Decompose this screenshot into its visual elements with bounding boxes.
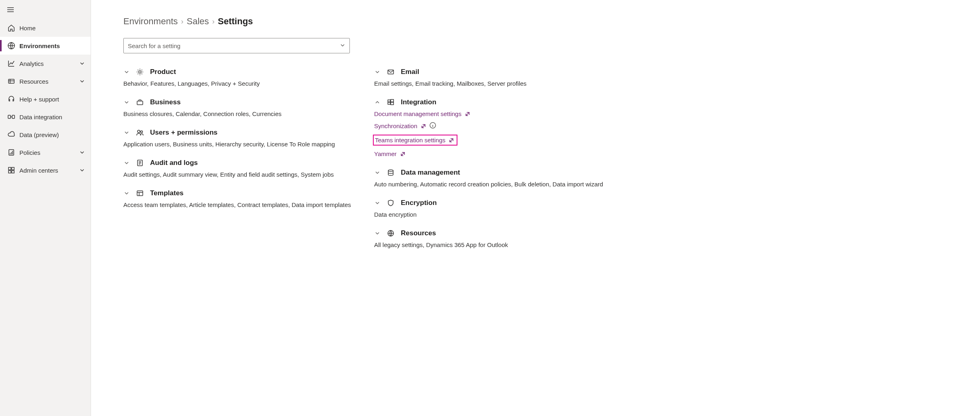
sidebar-item-label: Data integration <box>19 114 85 120</box>
sidebar-item-policies[interactable]: Policies <box>0 144 91 161</box>
chevron-right-icon: › <box>181 17 184 26</box>
sidebar-item-admin-centers[interactable]: Admin centers <box>0 161 91 179</box>
svg-point-12 <box>141 131 143 133</box>
category-subtext: Business closures, Calendar, Connection … <box>123 110 366 117</box>
category-title: Templates <box>150 189 184 197</box>
category-header[interactable]: Audit and logs <box>123 159 366 167</box>
breadcrumb-item-sales[interactable]: Sales <box>187 16 209 27</box>
chevron-down-icon <box>374 200 381 206</box>
breadcrumb-item-environments[interactable]: Environments <box>123 16 178 27</box>
category-header[interactable]: Encryption <box>374 199 956 207</box>
hamburger-menu-button[interactable] <box>0 0 91 19</box>
gear-icon <box>136 68 144 76</box>
sidebar: Home Environments Analytics Resources He… <box>0 0 91 416</box>
link-teams-integration-settings[interactable]: Teams integration settings <box>373 135 457 146</box>
audit-icon <box>136 159 144 167</box>
svg-rect-19 <box>391 102 394 105</box>
category-header[interactable]: Data management <box>374 169 956 177</box>
chevron-down-icon <box>123 190 130 196</box>
analytics-icon <box>7 59 15 68</box>
category-encryption: Encryption Data encryption <box>374 199 956 218</box>
chevron-down-icon <box>374 69 381 75</box>
sidebar-item-help-support[interactable]: Help + support <box>0 90 91 108</box>
chevron-right-icon: › <box>212 17 215 26</box>
sidebar-item-label: Help + support <box>19 96 85 103</box>
data-integration-icon <box>7 113 15 121</box>
users-icon <box>136 129 144 136</box>
shield-icon <box>387 199 394 207</box>
svg-point-11 <box>138 130 140 133</box>
category-header[interactable]: Product <box>123 68 366 76</box>
category-header[interactable]: Business <box>123 98 366 106</box>
svg-rect-2 <box>8 115 11 118</box>
category-subtext: All legacy settings, Dynamics 365 App fo… <box>374 241 956 248</box>
category-business: Business Business closures, Calendar, Co… <box>123 98 366 117</box>
svg-point-9 <box>139 71 141 73</box>
sidebar-item-environments[interactable]: Environments <box>0 37 91 55</box>
svg-rect-3 <box>12 115 15 118</box>
category-data-management: Data management Auto numbering, Automati… <box>374 169 956 188</box>
category-title: Encryption <box>401 199 437 207</box>
category-email: Email Email settings, Email tracking, Ma… <box>374 68 956 87</box>
category-subtext: Auto numbering, Automatic record creatio… <box>374 181 956 188</box>
chevron-down-icon <box>340 42 345 49</box>
category-audit-logs: Audit and logs Audit settings, Audit sum… <box>123 159 366 178</box>
integration-links: Document management settings Synchroniza… <box>374 110 956 157</box>
category-users-permissions: Users + permissions Application users, B… <box>123 129 366 148</box>
link-label: Yammer <box>374 150 397 157</box>
chevron-down-icon <box>79 61 85 66</box>
sidebar-item-resources[interactable]: Resources <box>0 72 91 90</box>
link-yammer[interactable]: Yammer <box>374 150 406 157</box>
breadcrumb: Environments › Sales › Settings <box>123 16 956 27</box>
sidebar-item-data-integration[interactable]: Data integration <box>0 108 91 126</box>
category-subtext: Behavior, Features, Languages, Privacy +… <box>123 80 366 87</box>
chevron-down-icon <box>123 160 130 166</box>
sidebar-item-home[interactable]: Home <box>0 19 91 37</box>
windows-icon <box>387 99 394 106</box>
svg-rect-14 <box>137 191 143 196</box>
svg-rect-7 <box>8 171 11 173</box>
chevron-up-icon <box>374 99 381 106</box>
globe-grid-icon <box>7 42 15 50</box>
svg-rect-16 <box>388 100 390 102</box>
category-templates: Templates Access team templates, Article… <box>123 189 366 208</box>
svg-rect-17 <box>391 99 394 102</box>
chevron-down-icon <box>374 230 381 237</box>
search-input[interactable] <box>128 42 340 49</box>
chevron-down-icon <box>79 78 85 84</box>
templates-icon <box>136 190 144 197</box>
category-header[interactable]: Templates <box>123 189 366 197</box>
category-header[interactable]: Email <box>374 68 956 76</box>
info-icon[interactable] <box>430 122 436 130</box>
link-document-management-settings[interactable]: Document management settings <box>374 110 470 117</box>
category-header[interactable]: Integration <box>374 98 956 106</box>
sidebar-item-analytics[interactable]: Analytics <box>0 55 91 72</box>
category-subtext: Audit settings, Audit summary view, Enti… <box>123 171 366 178</box>
open-external-icon <box>465 111 470 117</box>
chevron-down-icon <box>79 150 85 155</box>
svg-rect-15 <box>388 70 394 74</box>
search-combobox[interactable] <box>123 38 350 53</box>
svg-rect-5 <box>8 167 11 170</box>
home-icon <box>7 24 15 32</box>
category-product: Product Behavior, Features, Languages, P… <box>123 68 366 87</box>
link-synchronization[interactable]: Synchronization <box>374 122 436 130</box>
svg-rect-18 <box>388 102 390 104</box>
chevron-down-icon <box>123 69 130 75</box>
category-subtext: Application users, Business units, Hiera… <box>123 141 366 148</box>
chevron-down-icon <box>123 129 130 136</box>
chevron-down-icon <box>123 99 130 106</box>
category-integration: Integration Document management settings… <box>374 98 956 157</box>
category-header[interactable]: Users + permissions <box>123 129 366 137</box>
link-label: Document management settings <box>374 110 461 117</box>
category-header[interactable]: Resources <box>374 229 956 237</box>
svg-rect-10 <box>137 101 143 105</box>
category-subtext: Data encryption <box>374 211 956 218</box>
cloud-icon <box>7 131 15 139</box>
sidebar-item-data-preview[interactable]: Data (preview) <box>0 126 91 144</box>
settings-column-left: Product Behavior, Features, Languages, P… <box>123 68 366 260</box>
svg-rect-6 <box>12 167 14 170</box>
mail-icon <box>387 68 394 76</box>
category-title: Audit and logs <box>150 159 198 167</box>
sidebar-item-label: Admin centers <box>19 167 79 174</box>
